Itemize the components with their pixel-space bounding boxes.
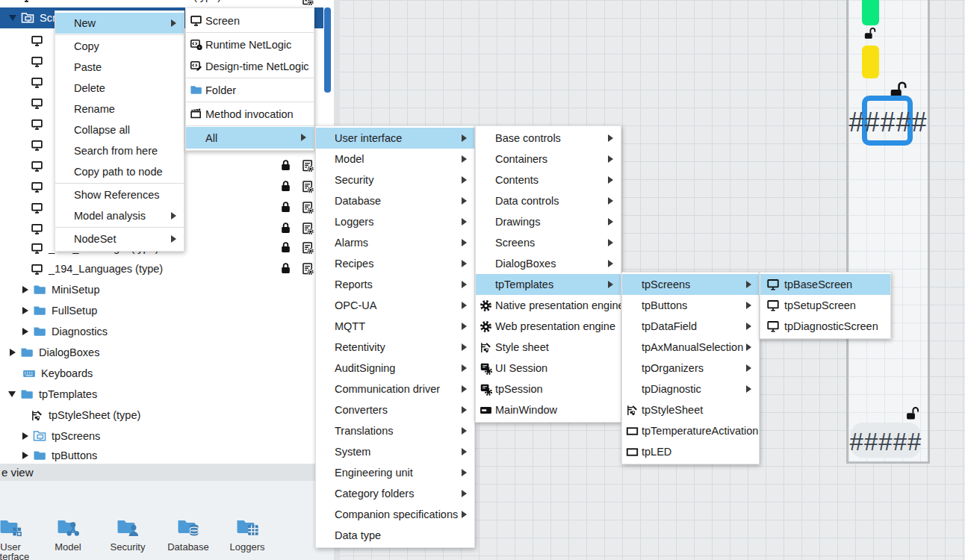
menu-item-folder[interactable]: Folder [186, 79, 314, 101]
caret-down-icon[interactable] [9, 15, 16, 21]
menu-item-show-references[interactable]: Show References [55, 184, 184, 205]
green-led-widget[interactable] [862, 0, 879, 25]
menu-item-tpdiagnosticscreen[interactable]: tpDiagnosticScreen [760, 316, 890, 337]
menu-item-reports[interactable]: Reports [316, 274, 474, 295]
menu-item-collapse-all[interactable]: Collapse all [55, 119, 184, 140]
menu-item-converters[interactable]: Converters [316, 399, 474, 420]
menu-item-database[interactable]: Database [316, 190, 474, 211]
menu-item-tpdiagnostic[interactable]: tpDiagnostic [622, 379, 759, 399]
menu-item-native-presentation-engine[interactable]: Native presentation engine [476, 295, 621, 316]
menu-separator [55, 183, 184, 184]
tree-item-fullsetup[interactable]: FullSetup [0, 300, 323, 321]
tree-item-keyboards[interactable]: Keyboards [0, 363, 323, 384]
menu-item-search-from-here[interactable]: Search from here [55, 140, 184, 161]
menu-item-recipes[interactable]: Recipes [316, 253, 474, 274]
screen-icon [31, 118, 43, 131]
toolbar-item-security[interactable]: Security [101, 517, 155, 552]
tree-item-tpbuttons[interactable]: tpButtons [0, 445, 323, 464]
menu-item-tpbasescreen[interactable]: tpBaseScreen [760, 274, 890, 295]
folder-icon [33, 304, 46, 317]
menu-item-model-analysis[interactable]: Model analysis [55, 205, 184, 226]
tree-item-tpstylesheet[interactable]: tpStyleSheet (type) [0, 405, 323, 426]
menu-item-security[interactable]: Security [316, 169, 474, 190]
menu-item-tpstylesheet[interactable]: tpStyleSheet [622, 399, 759, 420]
toolbar-item-model[interactable]: Model [41, 517, 95, 552]
caret-right-icon[interactable] [22, 432, 28, 440]
yellow-led-widget[interactable] [862, 46, 879, 78]
menu-item-retentivity[interactable]: Retentivity [316, 337, 474, 358]
caret-right-icon[interactable] [22, 307, 28, 314]
tree-item-minisetup[interactable]: MiniSetup [0, 279, 323, 300]
menu-item-tpbuttons[interactable]: tpButtons [622, 295, 759, 316]
menu-item-category-folders[interactable]: Category folders [316, 483, 474, 504]
submenu-arrow-icon [746, 302, 751, 309]
tree-item-dialogboxes[interactable]: DialogBoxes [0, 342, 323, 363]
toolbar-item-user-interface[interactable]: User Interface [0, 517, 37, 560]
tree-item-tptemplates[interactable]: tpTemplates [0, 384, 323, 405]
toolbar-item-loggers[interactable]: Loggers [220, 517, 274, 552]
node-config-icon [301, 241, 314, 255]
caret-right-icon[interactable] [22, 452, 28, 459]
menu-item-tpsession[interactable]: tpSession [476, 379, 621, 399]
menu-item-tpsetupscreen[interactable]: tpSetupScreen [760, 295, 890, 316]
tree-item-languages[interactable]: _194_Languages (type) [0, 258, 323, 279]
menu-item-paste[interactable]: Paste [55, 57, 184, 78]
menu-item-opc-ua[interactable]: OPC-UA [316, 295, 474, 316]
tree-item-tpscreens[interactable]: tpScreens [0, 426, 323, 447]
menu-item-copy[interactable]: Copy [55, 36, 184, 57]
menu-item-designtime-netlogic[interactable]: Design-time NetLogic [186, 55, 314, 77]
caret-down-icon[interactable] [8, 391, 16, 397]
user-interface-submenu: Base controls Containers Contents Data c… [475, 125, 621, 423]
menu-item-companion-specifications[interactable]: Companion specifications [316, 504, 474, 525]
menu-item-style-sheet[interactable]: Style sheet [476, 337, 621, 358]
caret-right-icon[interactable] [22, 286, 28, 293]
menu-item-alarms[interactable]: Alarms [316, 232, 474, 253]
menu-item-copy-path-to-node[interactable]: Copy path to node [55, 161, 184, 182]
menu-item-tptemplates[interactable]: tpTemplates [476, 274, 621, 295]
menu-item-tpaxmanualselection[interactable]: tpAxManualSelection [622, 337, 759, 358]
caret-right-icon[interactable] [22, 328, 28, 335]
menu-item-communication-driver[interactable]: Communication driver [316, 379, 474, 399]
menu-item-tpscreens[interactable]: tpScreens [622, 274, 759, 295]
menu-separator [186, 78, 314, 78]
menu-item-screens[interactable]: Screens [476, 232, 621, 253]
menu-item-contents[interactable]: Contents [476, 169, 621, 190]
menu-item-delete[interactable]: Delete [55, 78, 184, 99]
tree-item-partial[interactable]: (type) [0, 0, 323, 7]
toolbar-item-database[interactable]: Database [161, 517, 215, 552]
menu-item-drawings[interactable]: Drawings [476, 211, 621, 232]
menu-item-tptemperatureactivation[interactable]: tpTemperatureActivation [622, 420, 759, 441]
submenu-arrow-icon [462, 281, 467, 288]
menu-item-system[interactable]: System [316, 441, 474, 462]
menu-item-data-controls[interactable]: Data controls [476, 190, 621, 211]
menu-item-containers[interactable]: Containers [476, 149, 621, 169]
screen-icon [31, 181, 43, 193]
menu-item-mqtt[interactable]: MQTT [316, 316, 474, 337]
menu-item-translations[interactable]: Translations [316, 420, 474, 441]
menu-item-tporganizers[interactable]: tpOrganizers [622, 358, 759, 379]
menu-item-data-type[interactable]: Data type [316, 525, 474, 546]
menu-item-loggers[interactable]: Loggers [316, 211, 474, 232]
caret-right-icon[interactable] [10, 349, 16, 356]
menu-item-ui-session[interactable]: UI Session [476, 358, 621, 379]
menu-item-auditsigning[interactable]: AuditSigning [316, 358, 474, 379]
menu-item-method-invocation[interactable]: Method invocation [186, 103, 314, 125]
menu-item-mainwindow[interactable]: MainWindow [476, 399, 621, 420]
menu-item-nodeset[interactable]: NodeSet [55, 228, 184, 249]
menu-item-all[interactable]: All [186, 127, 314, 149]
menu-item-engineering-unit[interactable]: Engineering unit [316, 462, 474, 483]
menu-item-dialogboxes[interactable]: DialogBoxes [476, 253, 621, 274]
menu-item-tpdatafield[interactable]: tpDataField [622, 316, 759, 337]
menu-item-model[interactable]: Model [316, 149, 474, 169]
menu-item-runtime-netlogic[interactable]: Runtime NetLogic [186, 34, 314, 55]
menu-item-screen[interactable]: Screen [186, 10, 314, 31]
menu-item-base-controls[interactable]: Base controls [476, 128, 621, 149]
submenu-arrow-icon [462, 469, 467, 476]
menu-item-new[interactable]: New [55, 13, 184, 34]
tree-scrollbar-thumb[interactable] [324, 7, 331, 93]
menu-item-user-interface[interactable]: User interface [316, 128, 474, 149]
menu-item-tpled[interactable]: tpLED [622, 441, 759, 462]
tree-item-diagnostics[interactable]: Diagnostics [0, 321, 323, 342]
menu-item-rename[interactable]: Rename [55, 99, 184, 119]
menu-item-web-presentation-engine[interactable]: Web presentation engine [476, 316, 621, 337]
